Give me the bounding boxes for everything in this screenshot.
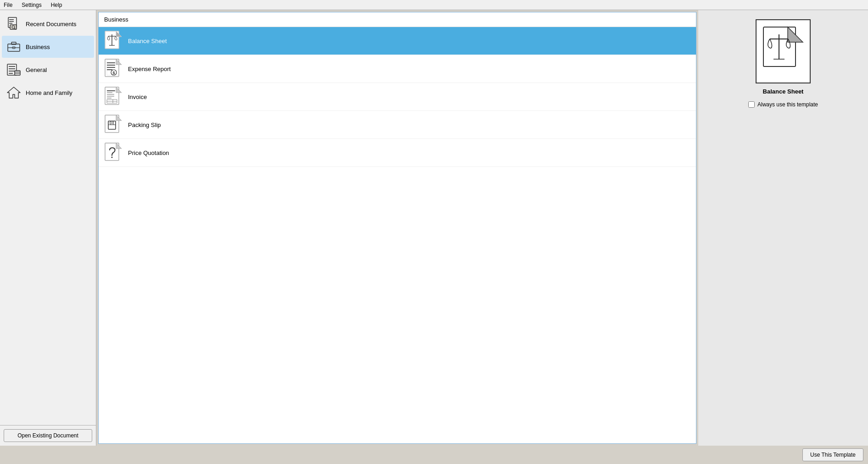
always-use-row: Always use this template <box>748 101 818 108</box>
preview-title: Balance Sheet <box>763 88 804 95</box>
template-label-invoice: Invoice <box>128 94 147 100</box>
category-header: Business <box>99 12 696 27</box>
sidebar-item-label-business: Business <box>26 44 50 50</box>
menu-file[interactable]: File <box>2 1 14 9</box>
right-panel: Balance Sheet Always use this template <box>698 10 868 446</box>
template-label-packing-slip: Packing Slip <box>128 122 161 128</box>
template-item-balance-sheet[interactable]: Balance Sheet <box>99 27 696 55</box>
svg-rect-34 <box>107 90 115 91</box>
svg-point-52 <box>111 157 113 158</box>
template-label-balance-sheet: Balance Sheet <box>128 38 167 44</box>
svg-rect-50 <box>110 122 113 124</box>
svg-rect-37 <box>107 96 114 97</box>
svg-rect-38 <box>107 98 111 99</box>
svg-marker-19 <box>7 87 20 98</box>
template-label-price-quotation: Price Quotation <box>128 149 169 156</box>
template-item-price-quotation[interactable]: Price Quotation <box>99 139 696 167</box>
svg-rect-12 <box>9 66 15 67</box>
sidebar-item-general[interactable]: General <box>2 59 94 81</box>
open-existing-document-button[interactable]: Open Existing Document <box>4 429 92 442</box>
svg-rect-30 <box>107 69 112 70</box>
invoice-icon <box>104 88 122 106</box>
svg-rect-29 <box>107 67 115 68</box>
template-preview-icon <box>756 19 811 83</box>
svg-rect-16 <box>15 71 20 75</box>
template-item-invoice[interactable]: Invoice <box>99 83 696 111</box>
business-icon <box>6 39 21 54</box>
packing-slip-icon <box>104 116 122 134</box>
general-icon <box>6 62 21 77</box>
menu-settings[interactable]: Settings <box>20 1 43 9</box>
main-container: Recent Documents Business <box>0 10 868 446</box>
always-use-checkbox[interactable] <box>748 101 755 108</box>
sidebar-items: Recent Documents Business <box>0 10 96 425</box>
svg-rect-14 <box>9 71 15 72</box>
menubar: File Settings Help <box>0 0 868 10</box>
svg-rect-36 <box>107 94 114 95</box>
svg-rect-1 <box>9 19 14 20</box>
svg-text:$: $ <box>112 71 115 75</box>
price-quotation-icon <box>104 144 122 162</box>
svg-rect-13 <box>9 68 15 69</box>
home-and-family-icon <box>6 85 21 100</box>
sidebar-item-home-and-family[interactable]: Home and Family <box>2 82 94 104</box>
svg-rect-35 <box>107 92 112 93</box>
bottom-bar: Use This Template <box>0 446 868 464</box>
sidebar-footer: Open Existing Document <box>0 425 96 446</box>
recent-documents-icon <box>6 17 21 31</box>
expense-report-icon: $ <box>104 60 122 78</box>
menu-help[interactable]: Help <box>49 1 64 9</box>
sidebar-item-label-recent-documents: Recent Documents <box>26 21 77 28</box>
content-panel: Business Balance She <box>98 12 696 444</box>
sidebar-item-label-home-and-family: Home and Family <box>26 89 72 96</box>
svg-rect-15 <box>9 73 13 74</box>
svg-rect-8 <box>11 42 16 44</box>
sidebar: Recent Documents Business <box>0 10 96 446</box>
use-this-template-button[interactable]: Use This Template <box>802 448 863 461</box>
template-item-expense-report[interactable]: $ Expense Report <box>99 55 696 83</box>
sidebar-item-recent-documents[interactable]: Recent Documents <box>2 13 94 35</box>
svg-rect-2 <box>9 21 14 22</box>
template-label-expense-report: Expense Report <box>128 66 171 72</box>
template-item-packing-slip[interactable]: Packing Slip <box>99 111 696 139</box>
sidebar-item-business[interactable]: Business <box>2 36 94 58</box>
always-use-label: Always use this template <box>757 101 818 108</box>
sidebar-item-label-general: General <box>26 66 47 73</box>
svg-rect-27 <box>107 62 115 63</box>
svg-rect-3 <box>9 23 12 24</box>
content-area: Business Balance She <box>96 10 698 446</box>
svg-rect-28 <box>107 65 115 66</box>
balance-sheet-icon <box>104 32 122 50</box>
